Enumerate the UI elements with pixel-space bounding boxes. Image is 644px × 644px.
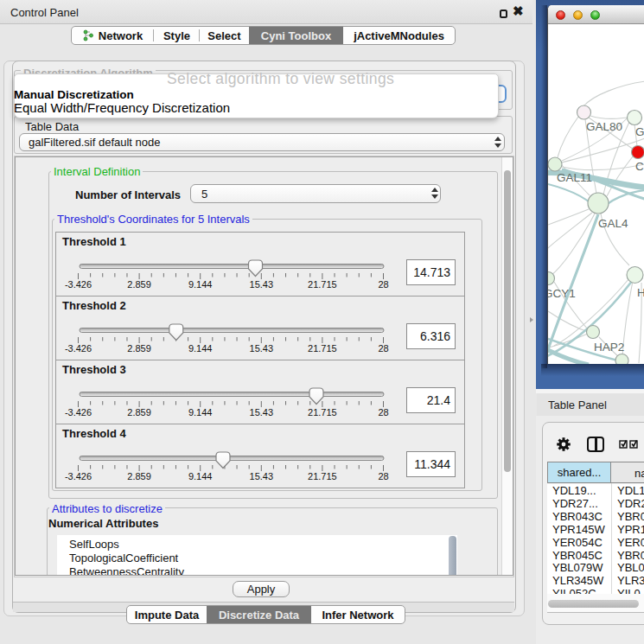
svg-text:2.859: 2.859: [127, 343, 151, 354]
svg-text:28: 28: [378, 471, 388, 481]
svg-text:C: C: [635, 160, 644, 173]
svg-text:21.715: 21.715: [308, 407, 337, 418]
svg-text:28: 28: [378, 343, 388, 354]
svg-text:-3.426: -3.426: [65, 279, 92, 290]
svg-text:2.859: 2.859: [127, 407, 151, 418]
svg-text:9.144: 9.144: [188, 407, 213, 418]
svg-text:-3.426: -3.426: [65, 407, 92, 418]
svg-text:15.43: 15.43: [250, 343, 274, 354]
svg-text:H: H: [637, 286, 644, 299]
svg-text:GAL80: GAL80: [586, 120, 622, 133]
svg-text:GCY1: GCY1: [548, 287, 576, 300]
svg-text:2.859: 2.859: [127, 471, 151, 481]
svg-text:9.144: 9.144: [188, 471, 213, 481]
svg-text:28: 28: [378, 407, 388, 418]
svg-text:15.43: 15.43: [250, 279, 274, 290]
svg-text:HAP2: HAP2: [594, 341, 624, 354]
svg-text:-3.426: -3.426: [65, 343, 92, 354]
svg-text:15.43: 15.43: [250, 471, 274, 481]
svg-text:21.715: 21.715: [308, 279, 337, 290]
svg-text:GAL4: GAL4: [598, 217, 628, 230]
svg-text:9.144: 9.144: [188, 279, 213, 290]
svg-text:-3.426: -3.426: [65, 471, 92, 481]
svg-text:GAL11: GAL11: [557, 171, 592, 184]
svg-text:28: 28: [378, 279, 388, 290]
svg-text:21.715: 21.715: [308, 471, 337, 481]
svg-text:2.859: 2.859: [127, 279, 151, 290]
svg-text:21.715: 21.715: [308, 343, 337, 354]
svg-text:GA: GA: [635, 125, 644, 138]
svg-text:15.43: 15.43: [250, 407, 274, 418]
svg-text:9.144: 9.144: [188, 343, 213, 354]
